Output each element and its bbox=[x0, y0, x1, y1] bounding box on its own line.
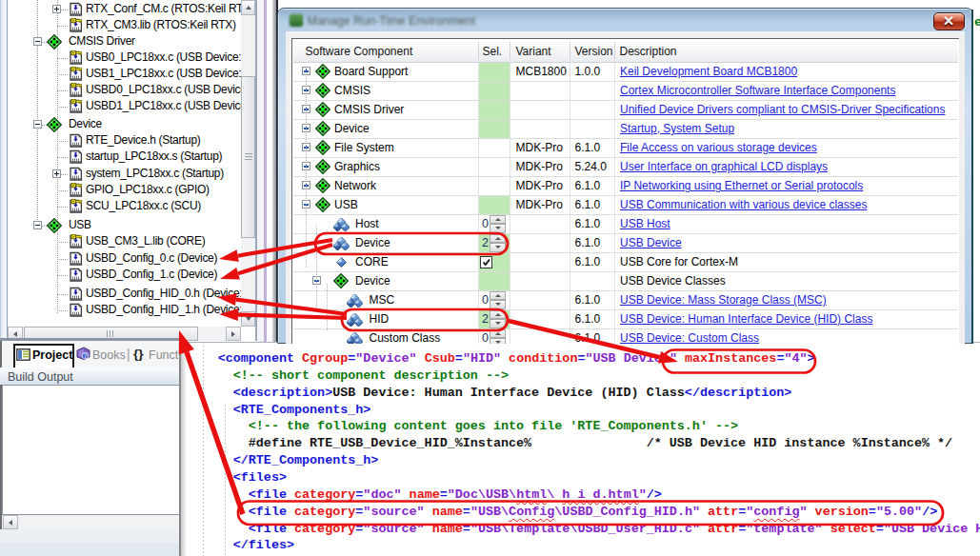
svg-text:?: ? bbox=[84, 352, 88, 359]
